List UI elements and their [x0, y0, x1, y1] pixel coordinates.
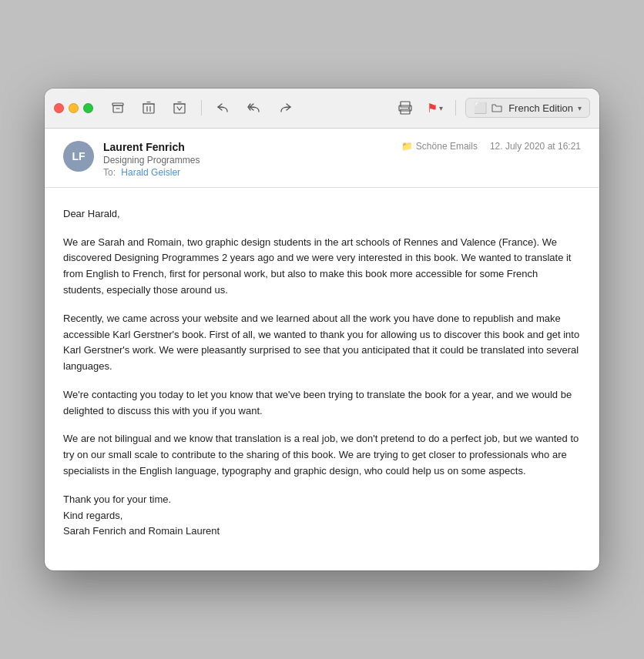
- trash-icon: [143, 101, 155, 115]
- to-name[interactable]: Harald Geisler: [121, 167, 180, 178]
- close-button[interactable]: [54, 103, 64, 113]
- meta-mailbox-name: Schöne Emails: [416, 141, 478, 152]
- forward-icon: [278, 102, 292, 114]
- reply-all-button[interactable]: [243, 97, 265, 119]
- closing-1: Thank you for your time.: [63, 493, 171, 505]
- email-paragraph-3: We're contacting you today to let you kn…: [63, 387, 581, 420]
- sender-row: LF Laurent Fenrich Designing Programmes …: [63, 141, 581, 178]
- closing-3: Sarah Fenrich and Romain Laurent: [63, 525, 220, 537]
- archive-icon: [111, 101, 125, 115]
- traffic-lights: [54, 103, 93, 113]
- forward-button[interactable]: [274, 97, 296, 119]
- mailbox-name: French Edition: [508, 102, 573, 114]
- junk-button[interactable]: [169, 97, 190, 119]
- meta-folder-icon: 📁: [401, 141, 413, 152]
- sender-info: LF Laurent Fenrich Designing Programmes …: [63, 141, 200, 178]
- email-paragraph-2: Recently, we came across your website an…: [63, 311, 581, 375]
- trash-button[interactable]: [138, 97, 159, 119]
- flag-icon: ⚑: [427, 101, 438, 115]
- sender-details: Laurent Fenrich Designing Programmes To:…: [103, 141, 200, 178]
- email-header: LF Laurent Fenrich Designing Programmes …: [45, 129, 599, 188]
- svg-rect-8: [174, 104, 185, 113]
- flag-button[interactable]: ⚑ ▾: [424, 98, 446, 119]
- junk-icon: [173, 101, 186, 115]
- email-greeting: Dear Harald,: [63, 206, 581, 222]
- titlebar: ⚑ ▾ ⬜ French Edition ▾: [45, 89, 599, 129]
- mailbox-label: 📁 Schöne Emails: [401, 141, 478, 152]
- sender-subject: Designing Programmes: [103, 155, 200, 166]
- email-body: Dear Harald, We are Sarah and Romain, tw…: [45, 188, 599, 571]
- reply-button[interactable]: [213, 97, 234, 119]
- toolbar-divider-1: [201, 100, 202, 115]
- reply-all-icon: [247, 102, 262, 114]
- folder-icon: ⬜: [474, 102, 487, 114]
- mailbox-chevron-icon: ▾: [578, 104, 582, 112]
- folder-shape-icon: [491, 103, 502, 112]
- email-paragraph-4: We are not bilingual and we know that tr…: [63, 431, 581, 479]
- email-date: 12. July 2020 at 16:21: [490, 141, 581, 152]
- reply-icon: [216, 102, 230, 114]
- maximize-button[interactable]: [83, 103, 93, 113]
- svg-rect-12: [401, 109, 410, 114]
- email-window: ⚑ ▾ ⬜ French Edition ▾ LF Laurent Fenric…: [45, 89, 599, 571]
- archive-button[interactable]: [107, 97, 129, 119]
- sender-to: To: Harald Geisler: [103, 167, 200, 178]
- mailbox-selector[interactable]: ⬜ French Edition ▾: [465, 98, 590, 118]
- minimize-button[interactable]: [69, 103, 79, 113]
- flag-chevron-icon: ▾: [439, 104, 443, 112]
- toolbar-divider-2: [455, 100, 456, 115]
- closing-2: Kind regards,: [63, 510, 122, 521]
- avatar-initials: LF: [72, 150, 85, 162]
- print-button[interactable]: [394, 97, 416, 119]
- avatar: LF: [63, 141, 94, 172]
- email-meta: 📁 Schöne Emails 12. July 2020 at 16:21: [401, 141, 581, 152]
- to-label: To:: [103, 167, 116, 178]
- sender-name: Laurent Fenrich: [103, 141, 200, 153]
- email-closing: Thank you for your time. Kind regards, S…: [63, 492, 581, 540]
- svg-point-14: [408, 108, 410, 109]
- email-paragraph-1: We are Sarah and Romain, two graphic des…: [63, 235, 581, 299]
- print-icon: [398, 101, 412, 115]
- svg-rect-3: [143, 104, 154, 113]
- svg-rect-11: [401, 102, 410, 107]
